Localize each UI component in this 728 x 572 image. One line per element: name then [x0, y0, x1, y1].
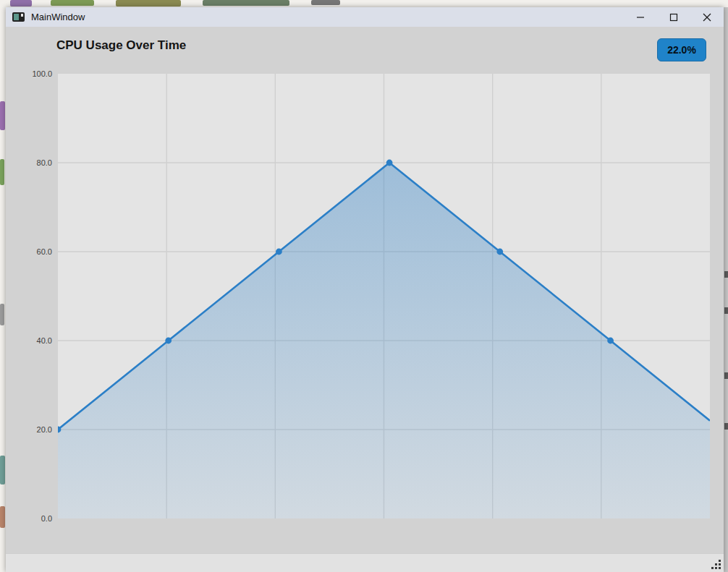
desktop-background-fragment [0, 304, 4, 325]
chart-plot-area [58, 74, 710, 518]
maximize-icon [669, 13, 678, 22]
resize-grip-icon[interactable] [711, 559, 721, 570]
minimize-icon [636, 13, 645, 22]
desktop-background-fragment [311, 0, 340, 5]
desktop-background-fragment [51, 0, 94, 6]
desktop-background-fragment [0, 506, 5, 528]
close-button[interactable] [690, 7, 724, 27]
y-tick-label: 40.0 [6, 336, 52, 346]
status-bar [6, 553, 724, 572]
cpu-usage-badge: 22.0% [657, 38, 706, 61]
y-tick-label: 60.0 [6, 247, 52, 257]
desktop-background-fragment [724, 423, 728, 430]
y-tick-label: 80.0 [6, 158, 52, 168]
central-widget: CPU Usage Over Time 22.0% 100.080.060.04… [6, 27, 724, 553]
cpu-usage-area-chart [58, 74, 710, 518]
desktop-background-fragment [116, 0, 181, 7]
desktop-background-fragment [10, 0, 32, 7]
desktop-background-fragment [203, 0, 289, 6]
minimize-button[interactable] [624, 7, 657, 27]
desktop-background-fragment [724, 271, 728, 278]
desktop-background-fragment [724, 307, 728, 314]
main-window: MainWindow CPU Usage Over Time 22.0% [6, 7, 724, 572]
desktop-background-strip [724, 7, 728, 572]
window-title: MainWindow [31, 12, 85, 22]
desktop-background-fragment [0, 159, 4, 185]
y-tick-label: 20.0 [6, 424, 52, 435]
y-tick-label: 100.0 [6, 69, 52, 79]
close-icon [703, 13, 711, 22]
title-bar[interactable]: MainWindow [6, 7, 724, 27]
desktop-background-fragment [0, 456, 5, 485]
app-icon [12, 12, 25, 22]
desktop-background-fragment [724, 372, 728, 379]
chart-title: CPU Usage Over Time [56, 38, 186, 53]
maximize-button[interactable] [657, 7, 690, 27]
desktop-background-fragment [0, 101, 5, 130]
desktop-background: MainWindow CPU Usage Over Time 22.0% [0, 0, 728, 572]
y-tick-label: 0.0 [6, 513, 52, 524]
